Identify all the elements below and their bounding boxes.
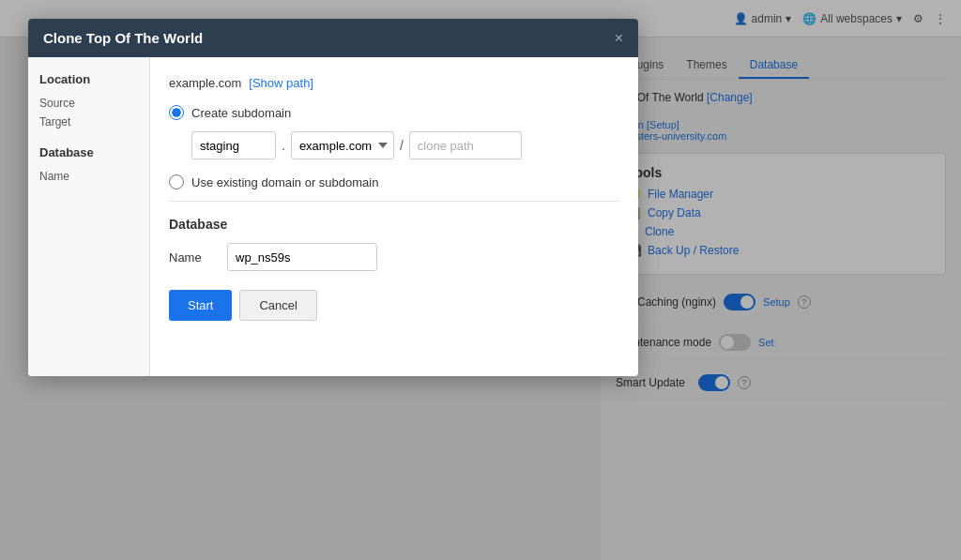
start-button[interactable]: Start	[169, 290, 232, 321]
dialog-title: Clone Top Of The World	[43, 30, 203, 46]
existing-domain-label: Use existing domain or subdomain	[191, 175, 378, 189]
domain-text: example.com	[169, 76, 241, 90]
dialog-header: Clone Top Of The World ×	[28, 19, 638, 57]
button-row: Start Cancel	[169, 290, 619, 321]
clone-dialog: Clone Top Of The World × Location Source…	[28, 19, 638, 376]
subdomain-input[interactable]	[191, 131, 276, 159]
slash-separator: /	[400, 138, 404, 153]
create-subdomain-label: Create subdomain	[191, 106, 291, 120]
clone-path-input[interactable]	[409, 131, 522, 159]
existing-domain-radio[interactable]	[169, 174, 184, 189]
modal-overlay: Clone Top Of The World × Location Source…	[0, 0, 961, 560]
domain-select[interactable]: example.com	[291, 131, 394, 159]
domain-line: example.com [Show path]	[169, 76, 619, 90]
database-section: Database Name	[169, 201, 619, 271]
db-name-row: Name	[169, 243, 619, 271]
subdomain-row: . example.com /	[191, 131, 619, 159]
sidebar-database-title: Database	[39, 145, 138, 159]
sidebar-location-title: Location	[39, 72, 138, 86]
dialog-body: Location Source Target Database Name exa…	[28, 57, 638, 376]
show-path-link[interactable]: [Show path]	[249, 76, 313, 90]
cancel-button[interactable]: Cancel	[239, 290, 316, 321]
db-name-input[interactable]	[227, 243, 377, 271]
dialog-sidebar: Location Source Target Database Name	[28, 57, 150, 376]
create-subdomain-option: Create subdomain	[169, 105, 619, 120]
dialog-main-content: example.com [Show path] Create subdomain…	[150, 57, 638, 376]
db-name-label: Name	[169, 250, 216, 265]
existing-domain-option: Use existing domain or subdomain	[169, 174, 619, 189]
create-subdomain-radio[interactable]	[169, 105, 184, 120]
sidebar-item-db-name[interactable]: Name	[39, 167, 138, 186]
sidebar-item-target[interactable]: Target	[39, 113, 138, 131]
sidebar-item-source[interactable]: Source	[39, 94, 138, 113]
database-section-title: Database	[169, 217, 619, 232]
close-button[interactable]: ×	[615, 31, 623, 46]
dot-separator: .	[282, 138, 285, 153]
